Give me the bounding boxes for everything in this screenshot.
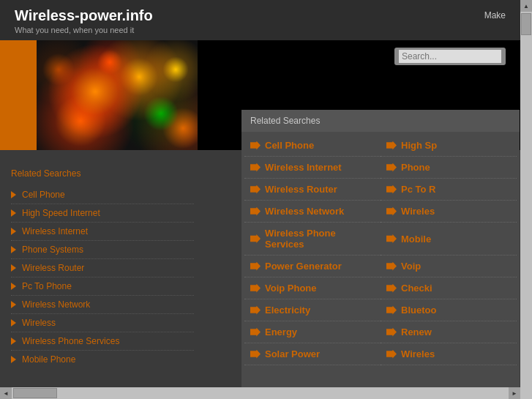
arrow-icon: [11, 264, 16, 272]
link-label: Cell Phone: [22, 190, 65, 200]
overlay-panel: Related Searches Cell PhoneHigh SpWirele…: [241, 110, 520, 387]
overlay-arrow-icon: [386, 207, 397, 216]
overlay-item-right[interactable]: High Sp: [381, 135, 517, 157]
overlay-arrow-icon: [250, 185, 261, 194]
overlay-grid: Cell PhoneHigh SpWireless InternetPhoneW…: [241, 132, 520, 368]
overlay-arrow-icon: [386, 306, 397, 315]
scrollbar-bottom[interactable]: ◄ ►: [0, 387, 520, 399]
overlay-link-label: Pc To R: [401, 184, 435, 195]
overlay-link-label: Renew: [401, 327, 432, 338]
overlay-link-label: Solar Power: [265, 348, 320, 359]
overlay-item-right[interactable]: Phone: [381, 157, 517, 179]
overlay-arrow-icon: [250, 306, 261, 315]
scroll-right-arrow[interactable]: ►: [509, 387, 520, 399]
overlay-link-label: Power Generator: [265, 261, 342, 272]
left-link-item[interactable]: Mobile Phone: [11, 351, 194, 368]
overlay-item-right[interactable]: Mobile: [381, 223, 517, 256]
overlay-item-right[interactable]: Wireles: [381, 201, 517, 223]
overlay-item-left[interactable]: Voip Phone: [244, 277, 381, 299]
link-label: Wireless Internet: [22, 226, 88, 236]
search-box[interactable]: [394, 48, 506, 65]
arrow-icon: [11, 301, 16, 308]
site-tagline: What you need, when you need it: [15, 26, 506, 34]
left-panel-title: Related Searches: [11, 168, 194, 179]
overlay-item-right[interactable]: Checki: [381, 277, 517, 299]
overlay-arrow-icon: [250, 284, 261, 293]
link-label: Wireless Router: [22, 263, 84, 273]
overlay-link-label: Mobile: [401, 234, 431, 245]
overlay-arrow-icon: [250, 350, 261, 359]
overlay-item-right[interactable]: Wireles: [381, 343, 517, 365]
overlay-item-left[interactable]: Cell Phone: [244, 135, 381, 157]
scroll-thumb-bottom[interactable]: [13, 388, 57, 398]
overlay-arrow-icon: [386, 328, 397, 337]
overlay-link-label: Wireless Network: [265, 206, 344, 217]
overlay-item-left[interactable]: Energy: [244, 321, 381, 343]
left-link-item[interactable]: Wireless Phone Services: [11, 332, 194, 351]
link-label: Wireless: [22, 318, 56, 328]
arrow-icon: [11, 191, 16, 198]
overlay-link-label: High Sp: [401, 140, 437, 151]
overlay-header: Related Searches: [241, 110, 520, 132]
scroll-thumb-right[interactable]: [521, 13, 531, 35]
arrow-icon: [11, 338, 16, 345]
arrow-icon: [11, 356, 16, 363]
overlay-link-label: Wireles: [401, 206, 435, 217]
overlay-link-label: Voip: [401, 261, 421, 272]
left-link-item[interactable]: Pc To Phone: [11, 277, 194, 296]
overlay-link-label: Voip Phone: [265, 283, 317, 294]
overlay-arrow-icon: [250, 262, 261, 271]
overlay-link-label: Bluetoo: [401, 305, 436, 316]
site-header: Wireless-power.info What you need, when …: [0, 0, 520, 40]
overlay-link-label: Electricity: [265, 305, 310, 316]
link-label: Pc To Phone: [22, 281, 72, 291]
overlay-item-left[interactable]: Wireless Phone Services: [244, 223, 381, 256]
overlay-link-label: Wireless Internet: [265, 162, 342, 173]
left-link-item[interactable]: Phone Systems: [11, 241, 194, 259]
left-link-item[interactable]: Wireless Internet: [11, 223, 194, 241]
overlay-arrow-icon: [386, 350, 397, 359]
link-label: Wireless Phone Services: [22, 336, 119, 346]
overlay-item-left[interactable]: Wireless Internet: [244, 157, 381, 179]
link-label: Phone Systems: [22, 245, 83, 255]
overlay-arrow-icon: [386, 163, 397, 172]
link-label: High Speed Internet: [22, 208, 100, 218]
overlay-item-left[interactable]: Wireless Router: [244, 179, 381, 201]
overlay-item-left[interactable]: Wireless Network: [244, 201, 381, 223]
overlay-link-label: Wireless Router: [265, 184, 337, 195]
arrow-icon: [11, 228, 16, 235]
arrow-icon: [11, 283, 16, 290]
hero-orange-bar: [0, 40, 37, 150]
left-panel: Related Searches Cell PhoneHigh Speed In…: [0, 161, 205, 387]
overlay-item-left[interactable]: Electricity: [244, 299, 381, 321]
scrollbar-right[interactable]: ▲: [520, 0, 532, 399]
overlay-link-label: Energy: [265, 327, 297, 338]
left-link-item[interactable]: Cell Phone: [11, 186, 194, 204]
overlay-item-right[interactable]: Pc To R: [381, 179, 517, 201]
scroll-left-arrow[interactable]: ◄: [0, 387, 12, 399]
overlay-arrow-icon: [250, 163, 261, 172]
overlay-arrow-icon: [250, 141, 261, 150]
overlay-arrow-icon: [250, 207, 261, 216]
overlay-item-left[interactable]: Solar Power: [244, 343, 381, 365]
overlay-item-right[interactable]: Bluetoo: [381, 299, 517, 321]
overlay-arrow-icon: [386, 284, 397, 293]
search-input[interactable]: [399, 50, 501, 63]
left-link-item[interactable]: Wireless Network: [11, 296, 194, 314]
overlay-link-label: Wireles: [401, 348, 435, 359]
link-label: Wireless Network: [22, 299, 90, 310]
scroll-up-arrow[interactable]: ▲: [520, 0, 532, 12]
overlay-item-left[interactable]: Power Generator: [244, 256, 381, 277]
left-link-item[interactable]: Wireless Router: [11, 259, 194, 277]
overlay-arrow-icon: [386, 234, 397, 243]
overlay-arrow-icon: [386, 262, 397, 271]
overlay-arrow-icon: [250, 234, 261, 243]
overlay-item-right[interactable]: Voip: [381, 256, 517, 277]
left-link-item[interactable]: Wireless: [11, 314, 194, 332]
header-make: Make: [484, 10, 506, 20]
overlay-item-right[interactable]: Renew: [381, 321, 517, 343]
hero-bokeh-image: [37, 40, 198, 150]
left-link-item[interactable]: High Speed Internet: [11, 204, 194, 223]
left-links-list: Cell PhoneHigh Speed InternetWireless In…: [11, 186, 194, 368]
link-label: Mobile Phone: [22, 354, 75, 365]
